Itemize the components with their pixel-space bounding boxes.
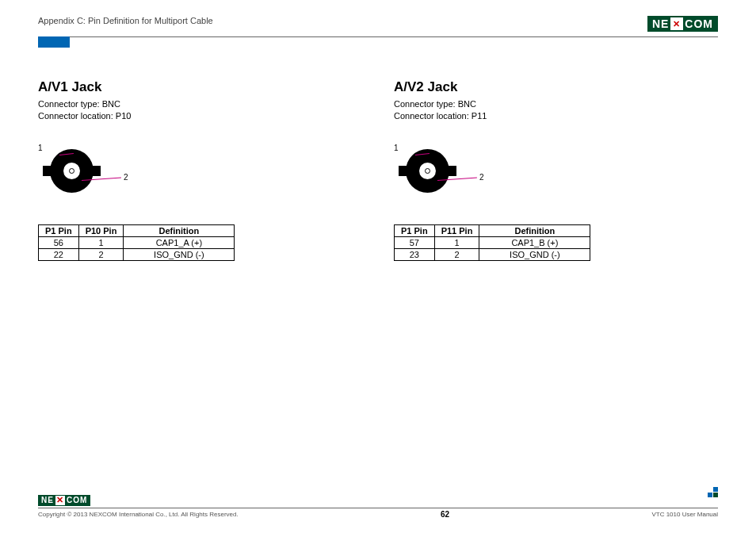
table-row: 23 2 ISO_GND (-) — [395, 248, 590, 260]
jack-title: A/V1 Jack — [38, 79, 362, 95]
header-rule — [38, 36, 718, 37]
appendix-title: Appendix C: Pin Definition for Multiport… — [38, 16, 213, 25]
th-p1pin: P1 Pin — [39, 224, 79, 236]
th-p1pin: P1 Pin — [395, 224, 435, 236]
th-pxpin: P10 Pin — [78, 224, 124, 236]
jack-av2-section: A/V2 Jack Connector type: BNC Connector … — [394, 79, 718, 261]
logo-text-right: COM — [67, 496, 87, 504]
bnc-diagram: 1 2 — [394, 145, 513, 201]
header-accent-block — [38, 36, 70, 48]
table-row: 56 1 CAP1_A (+) — [39, 236, 235, 248]
connector-type: Connector type: BNC — [394, 98, 718, 110]
bnc-core-icon — [425, 168, 430, 174]
cell-definition: CAP1_B (+) — [479, 236, 590, 248]
connector-type: Connector type: BNC — [38, 98, 362, 110]
cell-pxpin: 2 — [434, 248, 479, 260]
pin-definition-table: P1 Pin P11 Pin Definition 57 1 CAP1_B (+… — [394, 224, 590, 261]
jack-subinfo: Connector type: BNC Connector location: … — [38, 98, 362, 123]
jack-subinfo: Connector type: BNC Connector location: … — [394, 98, 718, 123]
main-content: A/V1 Jack Connector type: BNC Connector … — [38, 79, 718, 261]
page-header: Appendix C: Pin Definition for Multiport… — [38, 16, 718, 32]
bnc-core-icon — [69, 168, 74, 174]
table-row: 57 1 CAP1_B (+) — [395, 236, 590, 248]
cell-pxpin: 2 — [78, 248, 124, 260]
cell-p1pin: 23 — [395, 248, 435, 260]
th-definition: Definition — [479, 224, 590, 236]
th-pxpin: P11 Pin — [434, 224, 479, 236]
jack-title: A/V2 Jack — [394, 79, 718, 95]
jack-av1-section: A/V1 Jack Connector type: BNC Connector … — [38, 79, 362, 261]
pin-definition-table: P1 Pin P10 Pin Definition 56 1 CAP1_A (+… — [38, 224, 235, 261]
logo-x-icon — [55, 496, 65, 505]
logo-x-icon — [670, 17, 683, 30]
cell-definition: ISO_GND (-) — [124, 248, 235, 260]
cell-definition: ISO_GND (-) — [479, 248, 590, 260]
cell-p1pin: 56 — [39, 236, 79, 248]
pin-label-2: 2 — [479, 173, 484, 182]
page-footer: NE COM Copyright © 2013 NEXCOM Internati… — [38, 492, 718, 519]
logo-text-right: COM — [685, 17, 713, 30]
cell-p1pin: 57 — [395, 236, 435, 248]
footer-logo: NE COM — [38, 492, 718, 506]
copyright-text: Copyright © 2013 NEXCOM International Co… — [38, 511, 239, 518]
footer-deco-icon — [707, 487, 718, 498]
cell-pxpin: 1 — [78, 236, 124, 248]
connector-location: Connector location: P11 — [394, 110, 718, 122]
th-definition: Definition — [124, 224, 235, 236]
manual-name: VTC 1010 User Manual — [651, 511, 718, 518]
logo-text-left: NE — [41, 496, 54, 504]
pin-label-1: 1 — [38, 144, 43, 152]
bnc-diagram: 1 2 — [38, 145, 157, 201]
connector-location: Connector location: P10 — [38, 110, 362, 122]
logo-text-left: NE — [652, 17, 669, 30]
cell-pxpin: 1 — [434, 236, 479, 248]
page-number: 62 — [441, 510, 449, 519]
table-row: 22 2 ISO_GND (-) — [39, 248, 235, 260]
table-header-row: P1 Pin P11 Pin Definition — [395, 224, 590, 236]
table-header-row: P1 Pin P10 Pin Definition — [39, 224, 235, 236]
nexcom-logo: NE COM — [647, 16, 718, 32]
pin-label-2: 2 — [124, 173, 128, 182]
pin-label-1: 1 — [394, 144, 399, 152]
cell-p1pin: 22 — [39, 248, 79, 260]
cell-definition: CAP1_A (+) — [124, 236, 235, 248]
footer-rule — [38, 508, 718, 508]
